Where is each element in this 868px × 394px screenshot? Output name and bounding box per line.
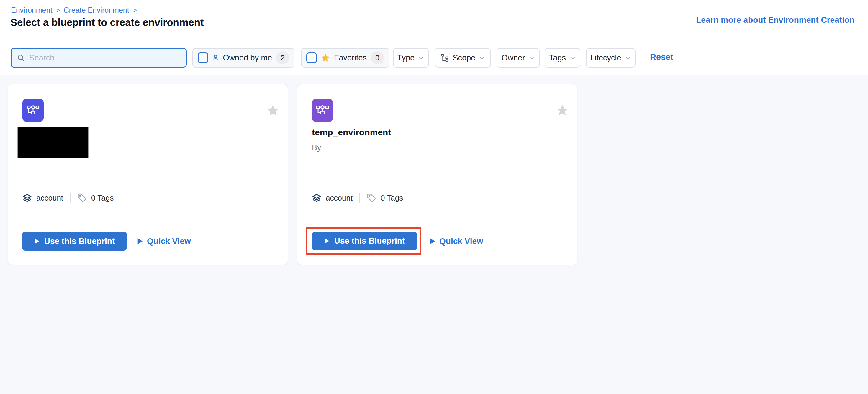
gold-star-icon	[320, 53, 331, 63]
owned-by-me-filter[interactable]: Owned by me 2	[192, 48, 294, 68]
filter-dropdown-tags[interactable]: Tags	[545, 48, 580, 68]
tag-icon	[367, 193, 376, 203]
quick-view-label: Quick View	[439, 236, 483, 246]
page: Environment > Create Environment > Selec…	[0, 0, 868, 394]
use-this-blueprint-button[interactable]: Use this Blueprint	[312, 231, 417, 251]
blueprint-workflow-icon	[23, 99, 44, 122]
quick-view-label: Quick View	[147, 236, 191, 246]
chevron-down-icon	[418, 55, 425, 61]
quick-view-link[interactable]: Quick View	[137, 236, 191, 246]
reset-filters-button[interactable]: Reset	[650, 52, 673, 62]
layers-icon	[23, 193, 32, 203]
page-title: Select a blueprint to create environment	[10, 17, 204, 28]
chevron-down-icon	[479, 55, 485, 61]
breadcrumb-separator: >	[56, 6, 60, 14]
tags-dropdown-label: Tags	[549, 54, 566, 63]
redacted-blueprint-name	[18, 127, 89, 158]
hierarchy-icon	[440, 54, 450, 62]
favorites-label: Favorites	[334, 54, 367, 63]
breadcrumb-item-environment[interactable]: Environment	[11, 6, 52, 14]
tags-count-label: 0 Tags	[381, 193, 403, 203]
play-icon	[430, 238, 435, 245]
blueprint-name: temp_environment	[312, 127, 391, 137]
blueprint-author-label: By	[312, 143, 321, 152]
card-meta-row: account 0 Tags	[23, 192, 114, 203]
quick-view-link[interactable]: Quick View	[430, 236, 483, 246]
filter-dropdown-lifecycle[interactable]: Lifecycle	[586, 48, 636, 68]
magnifier-icon	[17, 54, 25, 62]
play-icon	[137, 238, 143, 245]
header-divider	[0, 41, 868, 41]
favorite-star-icon[interactable]	[267, 104, 279, 117]
favorites-filter[interactable]: Favorites 0	[301, 48, 390, 68]
tags-count-label: 0 Tags	[91, 193, 114, 203]
filter-dropdown-owner[interactable]: Owner	[497, 48, 540, 68]
blueprint-card: account 0 Tags Use this Blueprint Quick …	[8, 84, 288, 265]
use-this-blueprint-label: Use this Blueprint	[44, 236, 115, 246]
play-icon	[34, 238, 39, 244]
owner-dropdown-label: Owner	[502, 54, 525, 63]
chevron-down-icon	[528, 55, 535, 61]
card-meta-row: account 0 Tags	[312, 192, 403, 203]
lifecycle-dropdown-label: Lifecycle	[590, 54, 621, 63]
meta-divider	[359, 193, 360, 203]
blueprint-card: temp_environment By account 0 Tags Use t…	[297, 84, 578, 265]
favorites-checkbox[interactable]	[306, 53, 317, 63]
type-dropdown-label: Type	[397, 54, 415, 63]
search-input-container[interactable]	[11, 48, 187, 68]
breadcrumb: Environment > Create Environment >	[11, 6, 137, 14]
person-icon	[212, 54, 219, 62]
owned-by-me-label: Owned by me	[223, 54, 272, 63]
filter-dropdown-scope[interactable]: Scope	[435, 48, 491, 68]
owned-by-me-checkbox[interactable]	[198, 53, 208, 63]
filter-bar: Owned by me 2 Favorites 0 Type Scope Own…	[0, 48, 868, 68]
use-this-blueprint-label: Use this Blueprint	[334, 236, 405, 245]
filter-dropdown-type[interactable]: Type	[393, 48, 429, 68]
use-this-blueprint-button[interactable]: Use this Blueprint	[22, 232, 127, 251]
layers-icon	[312, 193, 321, 203]
blueprint-workflow-icon	[312, 99, 333, 122]
scope-label: account	[326, 193, 352, 203]
meta-divider	[70, 193, 70, 203]
chevron-down-icon	[625, 55, 631, 61]
favorite-star-icon[interactable]	[556, 104, 569, 117]
chevron-down-icon	[569, 55, 576, 61]
scope-label: account	[36, 193, 63, 203]
tag-icon	[77, 193, 87, 203]
search-input[interactable]	[29, 54, 181, 63]
owned-by-me-count-badge: 2	[276, 51, 289, 64]
favorites-count-badge: 0	[371, 51, 384, 64]
breadcrumb-item-create-environment[interactable]: Create Environment	[63, 6, 129, 14]
scope-dropdown-label: Scope	[453, 54, 475, 63]
play-icon	[324, 238, 330, 244]
learn-more-link[interactable]: Learn more about Environment Creation	[696, 15, 855, 25]
breadcrumb-separator: >	[133, 6, 137, 14]
